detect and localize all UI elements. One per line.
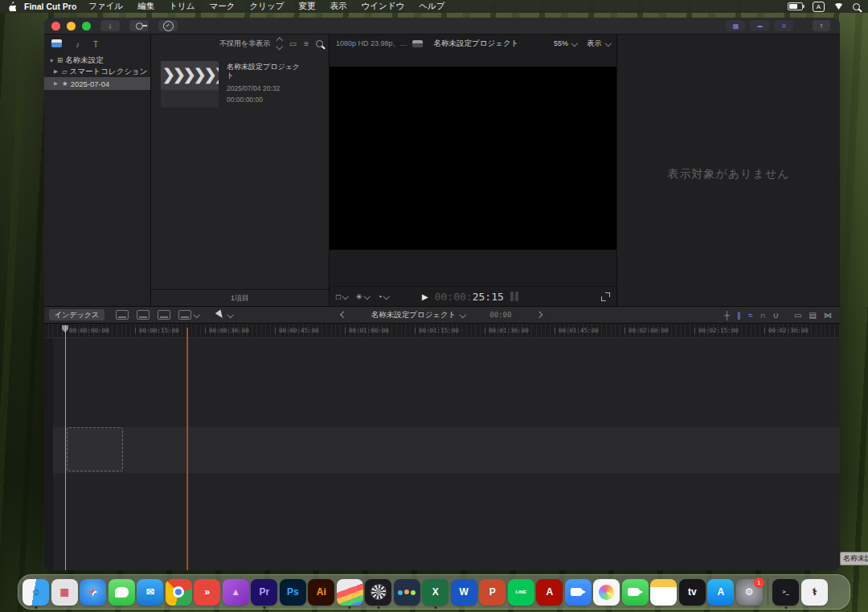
keyword-editor-button[interactable]: [129, 20, 149, 31]
mail-icon[interactable]: ✉: [136, 574, 165, 610]
trim-overview-icon[interactable]: ┼: [724, 311, 730, 320]
hide-rejected-filter[interactable]: 不採用を非表示: [219, 39, 270, 49]
list-view-icon[interactable]: ≡: [304, 39, 309, 48]
clip-appearance-icon[interactable]: ▤: [809, 311, 817, 320]
audio-skimming-icon[interactable]: ≈: [748, 311, 753, 320]
titles-generators-tab-icon[interactable]: T: [93, 36, 98, 51]
zoom-button[interactable]: [82, 22, 91, 31]
background-tasks-button[interactable]: ✓: [158, 20, 178, 31]
affinity-photo-icon[interactable]: ▲: [222, 574, 251, 610]
import-media-button[interactable]: ↓: [100, 20, 120, 31]
davinci-resolve-icon[interactable]: [393, 574, 422, 610]
photos-audio-tab-icon[interactable]: ♪: [76, 36, 80, 51]
format-info-label[interactable]: 1080p HD 23.98p、…: [336, 39, 407, 49]
input-source-icon[interactable]: A: [813, 2, 825, 12]
wifi-icon[interactable]: [834, 3, 843, 10]
sidebar-item-event-2025-07-04[interactable]: ▶ ★ 2025-07-04: [44, 77, 150, 90]
line-icon[interactable]: LINE: [507, 574, 536, 610]
fit-window-icon[interactable]: ⋈: [824, 311, 832, 320]
timeline-body[interactable]: [44, 338, 840, 570]
disclosure-triangle-icon[interactable]: ▼: [49, 58, 55, 63]
timeline-forward-icon[interactable]: [535, 312, 542, 318]
timeline-back-icon[interactable]: [341, 312, 347, 318]
sidebar-item-smart-collection[interactable]: ▶ ▱ スマートコレクション: [44, 66, 150, 77]
minimize-button[interactable]: [67, 22, 76, 31]
snapping-icon[interactable]: ∪: [773, 311, 779, 320]
view-menu-dropdown[interactable]: 表示: [588, 39, 602, 49]
chrome-icon[interactable]: [165, 574, 194, 610]
zoom-level-dropdown[interactable]: 55%: [554, 39, 568, 47]
timeline-ruler[interactable]: 00:00:00:00 00:00:15:00 00:00:30:00 00:0…: [44, 324, 840, 338]
dock-separator[interactable]: [764, 574, 772, 610]
messages-icon[interactable]: [108, 574, 137, 610]
photoshop-icon[interactable]: Ps: [279, 574, 308, 610]
append-edit-button[interactable]: [158, 310, 170, 320]
play-button[interactable]: ▶: [422, 292, 428, 301]
browser-toggle-button[interactable]: ▦: [726, 20, 745, 31]
sidebar-item-library[interactable]: ▼ ⊞ 名称未設定: [44, 55, 150, 66]
app-store-icon[interactable]: A: [706, 574, 735, 610]
timeline-project-dropdown[interactable]: 名称未設定プロジェクト: [371, 310, 457, 320]
timeline-toggle-button[interactable]: •••: [750, 20, 769, 31]
insert-edit-button[interactable]: [137, 310, 149, 320]
compressor-icon[interactable]: [364, 574, 393, 610]
excel-icon[interactable]: X: [421, 574, 450, 610]
connect-edit-button[interactable]: [116, 310, 129, 320]
retime-icon[interactable]: ◔: [377, 292, 389, 301]
photos-icon[interactable]: [592, 574, 621, 610]
gap-clip-placeholder[interactable]: [67, 427, 123, 471]
edit-tools-chevron-icon[interactable]: [194, 312, 200, 318]
close-button[interactable]: [51, 22, 60, 31]
disclosure-triangle-icon[interactable]: ▶: [54, 80, 59, 87]
menu-item[interactable]: ウインドウ: [354, 1, 412, 12]
spotlight-search-icon[interactable]: [853, 3, 860, 10]
system-settings-icon[interactable]: ⚙ 1: [735, 574, 764, 610]
skimming-icon[interactable]: ∥: [737, 311, 741, 320]
marker-icon[interactable]: ▭: [794, 311, 801, 320]
final-cut-pro-icon[interactable]: [336, 574, 365, 610]
launchpad-icon[interactable]: ▦: [51, 574, 80, 610]
primary-storyline-lane[interactable]: [53, 427, 840, 473]
disclosure-triangle-icon[interactable]: ▶: [54, 68, 59, 75]
solo-icon[interactable]: ∩: [760, 311, 766, 320]
facetime-icon[interactable]: [621, 574, 650, 610]
diagnostics-app-icon[interactable]: ⚕: [800, 574, 829, 610]
inspector-toggle-button[interactable]: ≡: [774, 20, 793, 31]
share-button[interactable]: ↑: [813, 20, 830, 31]
terminal-icon[interactable]: >_: [772, 574, 800, 610]
enhance-icon[interactable]: ✳: [356, 292, 370, 301]
index-button[interactable]: インデックス: [49, 309, 104, 320]
acrobat-icon[interactable]: A: [535, 574, 564, 610]
select-tool-icon[interactable]: [215, 310, 225, 320]
filmstrip-view-icon[interactable]: ▭: [289, 39, 297, 48]
browser-search-icon[interactable]: [316, 40, 323, 47]
menu-item[interactable]: 編集: [130, 1, 162, 12]
clip-title[interactable]: 名称未設定プロジェクト: [227, 63, 301, 81]
menu-item[interactable]: マーク: [203, 1, 243, 12]
transform-icon[interactable]: □: [336, 292, 348, 301]
menu-item[interactable]: ヘルプ: [411, 1, 452, 12]
zoom-icon[interactable]: [564, 574, 593, 610]
menu-item[interactable]: ファイル: [81, 1, 130, 12]
apple-menu-icon[interactable]: [8, 2, 16, 11]
finder-icon[interactable]: ☺: [22, 574, 51, 610]
clip-thumbnail[interactable]: ❯❯❯❯❯❯: [161, 61, 219, 108]
menu-item[interactable]: 表示: [323, 1, 354, 12]
window-title-bar[interactable]: ↓ ✓ ▦•••≡ ↑: [44, 18, 840, 35]
safari-icon[interactable]: [79, 574, 108, 610]
overwrite-edit-button[interactable]: [178, 310, 191, 320]
skimmer-line[interactable]: [186, 328, 188, 570]
notes-icon[interactable]: [649, 574, 678, 610]
menu-app-name[interactable]: Final Cut Pro: [24, 2, 76, 11]
apple-tv-icon[interactable]: tv: [678, 574, 707, 610]
project-clip-card[interactable]: ❯❯❯❯❯❯ 名称未設定プロジェクト 2025/07/04 20:32 00:0…: [161, 61, 301, 108]
menu-item[interactable]: トリム: [162, 1, 202, 12]
battery-icon[interactable]: [788, 2, 803, 10]
fullscreen-icon[interactable]: [601, 292, 610, 301]
illustrator-icon[interactable]: Ai: [307, 574, 336, 610]
tool-menu-chevron-icon[interactable]: [227, 312, 234, 318]
word-icon[interactable]: W: [450, 574, 479, 610]
libraries-tab-icon[interactable]: [51, 36, 62, 51]
audio-meters-icon[interactable]: [510, 292, 518, 301]
menu-item[interactable]: クリップ: [243, 1, 292, 12]
